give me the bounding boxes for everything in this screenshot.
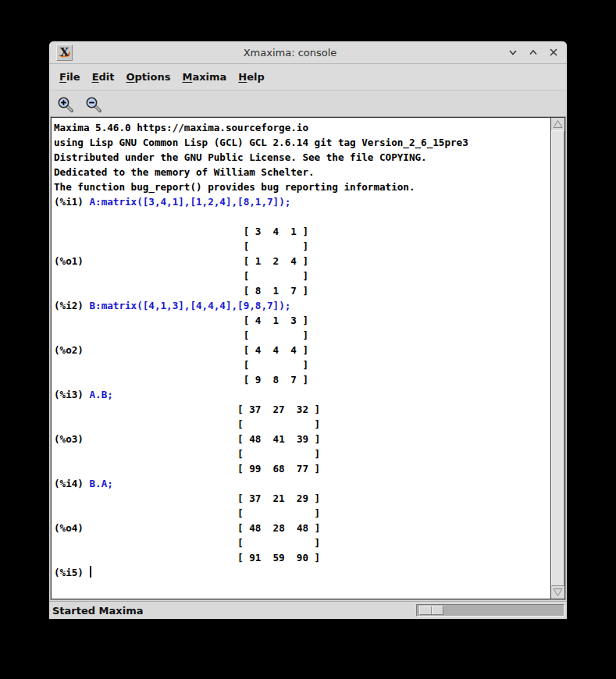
- console-line: [ ]: [54, 328, 548, 343]
- console-line: [ 37 27 32 ]: [54, 402, 548, 417]
- menu-bar: FileEditOptionsMaximaHelp: [49, 64, 567, 91]
- console-line: [ 91 59 90 ]: [54, 550, 548, 565]
- console-line: (%o3) [ 48 41 39 ]: [54, 432, 548, 446]
- scrollbar-thumb[interactable]: [551, 130, 564, 586]
- minimize-button[interactable]: [507, 47, 518, 58]
- maximize-button[interactable]: [528, 47, 539, 58]
- menu-item-file[interactable]: File: [59, 69, 81, 84]
- triangle-up-icon: [553, 119, 563, 129]
- console-line: [ ]: [54, 268, 548, 283]
- window-title: Xmaxima: console: [73, 47, 507, 59]
- svg-text:X: X: [60, 45, 69, 59]
- console-line: (%i1) A:matrix([3,4,1],[1,2,4],[8,1,7]);: [54, 194, 548, 209]
- console-line: Distributed under the GNU Public License…: [54, 150, 548, 165]
- console-line: (%o2) [ 4 4 4 ]: [54, 343, 548, 357]
- console-line: (%i2) B:matrix([4,1,3],[4,4,4],[9,8,7]);: [54, 298, 548, 313]
- console-line: [ 37 21 29 ]: [54, 491, 548, 506]
- console-line: (%o1) [ 1 2 4 ]: [54, 254, 548, 268]
- menu-item-help[interactable]: Help: [237, 69, 265, 84]
- console-line: [ ]: [54, 506, 548, 521]
- chevron-up-icon: [528, 47, 539, 58]
- xmaxima-window: X Xmaxima: console FileEditOptionsMaxima…: [49, 41, 567, 619]
- console-line: The function bug_report() provides bug r…: [54, 180, 548, 194]
- console-line: (%o4) [ 48 28 48 ]: [54, 521, 548, 535]
- console-line: (%i5): [54, 565, 548, 580]
- text-cursor: [90, 566, 91, 578]
- scroll-down-button[interactable]: [551, 586, 564, 599]
- horizontal-scrollbar[interactable]: [416, 604, 564, 617]
- vertical-scrollbar[interactable]: [550, 118, 564, 599]
- console-line: (%i4) B.A;: [54, 476, 548, 491]
- status-text: Started Maxima: [52, 605, 416, 617]
- console-line: using Lisp GNU Common Lisp (GCL) GCL 2.6…: [54, 135, 548, 150]
- menu-item-options[interactable]: Options: [126, 69, 172, 84]
- console-line: [54, 209, 548, 224]
- console-line: [ 99 68 77 ]: [54, 461, 548, 476]
- console-region: Maxima 5.46.0 https://maxima.sourceforge…: [51, 117, 565, 599]
- console-line: [ 9 8 7 ]: [54, 372, 548, 387]
- console-line: Maxima 5.46.0 https://maxima.sourceforge…: [54, 120, 548, 135]
- zoom-in-button[interactable]: [56, 95, 75, 114]
- close-icon: [548, 47, 559, 58]
- console-line: [ ]: [54, 446, 548, 461]
- triangle-down-icon: [553, 588, 563, 597]
- scroll-up-button[interactable]: [551, 118, 564, 130]
- console-line: [ 8 1 7 ]: [54, 283, 548, 298]
- console-line: [ ]: [54, 239, 548, 254]
- console-line: [ 3 4 1 ]: [54, 224, 548, 239]
- horizontal-scrollbar-thumb[interactable]: [419, 606, 443, 615]
- toolbar: [49, 91, 567, 118]
- console-line: Dedicated to the memory of William Schel…: [54, 165, 548, 180]
- window-controls: [507, 47, 559, 58]
- magnifier-minus-icon: [85, 96, 102, 113]
- console-line: [ ]: [54, 357, 548, 372]
- status-bar: Started Maxima: [49, 601, 567, 619]
- magnifier-plus-icon: [57, 96, 74, 113]
- menu-item-maxima[interactable]: Maxima: [181, 69, 227, 84]
- console-line: [ 4 1 3 ]: [54, 313, 548, 328]
- close-button[interactable]: [548, 47, 559, 58]
- menu-item-edit[interactable]: Edit: [91, 69, 116, 84]
- console-text[interactable]: Maxima 5.46.0 https://maxima.sourceforge…: [52, 118, 550, 599]
- console-line: (%i3) A.B;: [54, 387, 548, 402]
- xmaxima-logo-icon: X: [56, 44, 73, 61]
- title-bar[interactable]: X Xmaxima: console: [49, 41, 567, 64]
- zoom-out-button[interactable]: [84, 95, 103, 114]
- console-line: [ ]: [54, 535, 548, 550]
- console-line: [ ]: [54, 417, 548, 432]
- chevron-down-icon: [507, 47, 518, 58]
